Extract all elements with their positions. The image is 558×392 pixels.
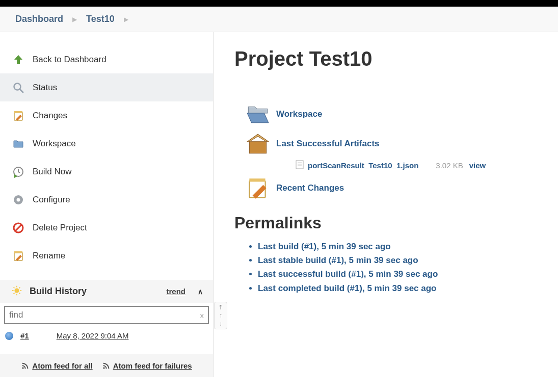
notepad-pencil-icon bbox=[245, 175, 271, 201]
find-input-wrap: x bbox=[4, 306, 209, 324]
permalinks-heading: Permalinks bbox=[234, 214, 538, 232]
svg-rect-22 bbox=[296, 161, 303, 169]
main-content: Project Test10 Workspace Last Successful… bbox=[214, 32, 558, 377]
build-history-title: Build History bbox=[30, 286, 160, 297]
build-row[interactable]: #1 May 8, 2022 9:04 AM bbox=[0, 327, 213, 344]
svg-line-18 bbox=[14, 293, 15, 294]
breadcrumb-project[interactable]: Test10 bbox=[86, 14, 115, 24]
svg-point-21 bbox=[103, 367, 104, 369]
sidebar-item-status[interactable]: Status bbox=[0, 73, 213, 101]
chevron-right-icon: ▶ bbox=[72, 16, 77, 23]
folder-icon bbox=[11, 137, 25, 151]
svg-point-6 bbox=[17, 198, 20, 201]
sidebar-item-rename[interactable]: Rename bbox=[0, 242, 213, 270]
recent-changes-link[interactable]: Recent Changes bbox=[276, 183, 344, 193]
permalinks-list: Last build (#1), 5 min 39 sec ago Last s… bbox=[234, 240, 538, 295]
clock-play-icon bbox=[11, 165, 25, 179]
svg-point-11 bbox=[14, 288, 19, 293]
artifact-row: portScanResult_Test10_1.json 3.02 KB vie… bbox=[296, 160, 538, 171]
search-icon bbox=[11, 81, 25, 95]
svg-line-17 bbox=[19, 293, 20, 294]
sidebar-item-back-to-dashboard[interactable]: Back to Dashboard bbox=[0, 45, 213, 73]
workspace-link-row: Workspace bbox=[245, 101, 538, 127]
folder-open-icon bbox=[245, 101, 271, 127]
permalink-last-completed-build[interactable]: Last completed build (#1), 5 min 39 sec … bbox=[258, 281, 538, 295]
up-arrow-icon bbox=[11, 53, 25, 67]
artifacts-link-row: Last Successful Artifacts bbox=[245, 130, 538, 157]
permalink-last-successful-build[interactable]: Last successful build (#1), 5 min 39 sec… bbox=[258, 267, 538, 281]
sidebar-item-label: Rename bbox=[33, 251, 65, 261]
chevron-right-icon: ▶ bbox=[124, 16, 128, 23]
svg-rect-10 bbox=[14, 251, 22, 253]
arrow-up-icon[interactable]: ↑ bbox=[219, 312, 222, 319]
prohibited-icon bbox=[11, 221, 25, 235]
svg-line-16 bbox=[14, 288, 15, 289]
artifact-size: 3.02 KB bbox=[436, 161, 463, 170]
breadcrumb-dashboard[interactable]: Dashboard bbox=[15, 14, 63, 24]
build-number[interactable]: #1 bbox=[20, 331, 29, 340]
package-icon bbox=[245, 130, 271, 157]
sidebar-item-label: Build Now bbox=[33, 167, 72, 177]
breadcrumb: Dashboard ▶ Test10 ▶ bbox=[0, 7, 558, 32]
sidebar-item-configure[interactable]: Configure bbox=[0, 186, 213, 214]
feed-label: Atom feed for all bbox=[32, 361, 92, 370]
rss-icon bbox=[102, 362, 110, 370]
sidebar-item-changes[interactable]: Changes bbox=[0, 101, 213, 129]
permalink-last-stable-build[interactable]: Last stable build (#1), 5 min 39 sec ago bbox=[258, 253, 538, 267]
atom-feed-all[interactable]: Atom feed for all bbox=[21, 361, 92, 370]
sidebar-item-workspace[interactable]: Workspace bbox=[0, 129, 213, 158]
artifacts-link[interactable]: Last Successful Artifacts bbox=[276, 139, 380, 149]
svg-line-19 bbox=[19, 288, 20, 289]
feed-label: Atom feed for failures bbox=[113, 361, 192, 370]
gear-icon bbox=[11, 193, 25, 207]
sidebar: Back to Dashboard Status Changes Workspa… bbox=[0, 32, 214, 377]
build-status-ball-icon bbox=[5, 332, 13, 340]
find-input[interactable] bbox=[5, 307, 208, 323]
arrow-down-icon[interactable]: ↓ bbox=[219, 321, 222, 327]
sidebar-item-label: Changes bbox=[33, 111, 67, 121]
arrow-up-bar-icon[interactable]: ⤒ bbox=[218, 304, 223, 310]
sidebar-item-label: Status bbox=[33, 83, 57, 93]
svg-rect-3 bbox=[14, 111, 22, 113]
rss-icon bbox=[21, 362, 29, 370]
feeds-bar: Atom feed for all Atom feed for failures bbox=[0, 354, 213, 377]
permalink-last-build[interactable]: Last build (#1), 5 min 39 sec ago bbox=[258, 240, 538, 253]
atom-feed-failures[interactable]: Atom feed for failures bbox=[102, 361, 192, 370]
sidebar-item-label: Configure bbox=[33, 195, 70, 205]
artifact-view-link[interactable]: view bbox=[469, 161, 486, 170]
build-datetime[interactable]: May 8, 2022 9:04 AM bbox=[57, 331, 129, 340]
sidebar-item-label: Workspace bbox=[33, 139, 76, 149]
sidebar-item-delete-project[interactable]: Delete Project bbox=[0, 214, 213, 242]
sidebar-item-label: Delete Project bbox=[33, 223, 87, 233]
sun-icon bbox=[11, 285, 22, 298]
clear-icon[interactable]: x bbox=[200, 311, 204, 320]
notepad-icon bbox=[11, 249, 25, 263]
svg-point-20 bbox=[22, 367, 24, 369]
workspace-link[interactable]: Workspace bbox=[276, 109, 322, 119]
page-title: Project Test10 bbox=[234, 47, 538, 70]
trend-link[interactable]: trend bbox=[167, 287, 186, 296]
file-icon bbox=[296, 160, 304, 171]
sidebar-item-label: Back to Dashboard bbox=[33, 55, 107, 65]
build-history-header: Build History trend ∧ bbox=[0, 280, 213, 303]
svg-line-8 bbox=[15, 225, 21, 231]
artifact-filename[interactable]: portScanResult_Test10_1.json bbox=[308, 161, 418, 170]
top-bar bbox=[0, 0, 558, 7]
chevron-up-icon[interactable]: ∧ bbox=[198, 288, 203, 296]
recent-changes-link-row: Recent Changes bbox=[245, 175, 538, 201]
scroll-widget[interactable]: ⤒ ↑ ↓ bbox=[214, 302, 227, 329]
notepad-icon bbox=[11, 109, 25, 123]
sidebar-item-build-now[interactable]: Build Now bbox=[0, 158, 213, 186]
svg-rect-27 bbox=[249, 178, 265, 181]
svg-line-1 bbox=[20, 89, 23, 92]
